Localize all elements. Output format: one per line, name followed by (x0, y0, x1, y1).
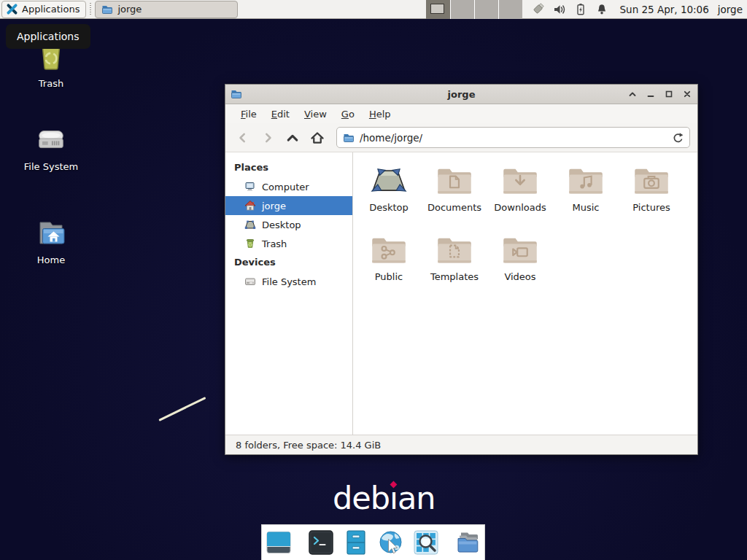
status-text: 8 folders, Free space: 14.4 GiB (236, 440, 381, 451)
sidebar-item-trash[interactable]: Trash (225, 234, 352, 253)
window-folder-icon (101, 4, 113, 15)
desktop-icon-filesystem[interactable]: File System (11, 124, 91, 172)
menu-edit[interactable]: Edit (265, 106, 296, 122)
menubar: File Edit View Go Help (225, 104, 697, 123)
maximize-button[interactable] (663, 88, 675, 100)
file-cabinet-icon[interactable] (342, 529, 370, 556)
file-grid: Desktop Documents Downloads Music Pictur… (353, 152, 697, 297)
file-pane[interactable]: Desktop Documents Downloads Music Pictur… (353, 152, 697, 435)
file-item-videos[interactable]: Videos (487, 228, 553, 297)
reload-button[interactable] (672, 132, 684, 144)
workspace-switcher (426, 0, 522, 19)
window-folder-icon (230, 88, 243, 100)
sidebar: Places Computer jorge Desktop Trash Devi… (225, 152, 353, 435)
show-desktop-icon[interactable] (265, 529, 293, 556)
sidebar-header-devices: Devices (225, 253, 352, 272)
desktop-line-artifact (158, 397, 206, 421)
application-finder-icon[interactable] (412, 529, 440, 556)
home-button[interactable] (307, 128, 328, 148)
desktop-icon-home[interactable]: Home (11, 216, 91, 265)
computer-icon (244, 181, 256, 192)
desktop-icon-label: Home (11, 254, 91, 265)
xfce-logo-icon (6, 3, 18, 15)
web-browser-icon[interactable] (377, 529, 405, 556)
shade-button[interactable] (627, 88, 638, 100)
minimize-button[interactable] (645, 88, 657, 100)
sidebar-item-desktop[interactable]: Desktop (225, 215, 352, 234)
clock[interactable]: Sun 25 Apr, 10:06 (620, 4, 709, 15)
workspace-1[interactable] (426, 0, 450, 19)
trash-icon (244, 238, 256, 249)
taskbar-window-label: jorge (117, 4, 142, 15)
file-item-music[interactable]: Music (553, 158, 619, 228)
templates-folder-icon (436, 233, 473, 265)
menu-view[interactable]: View (298, 106, 333, 122)
file-item-public[interactable]: Public (356, 228, 422, 297)
home-folder-icon (33, 216, 69, 251)
pictures-folder-icon (632, 164, 670, 196)
file-item-templates[interactable]: Templates (422, 228, 487, 297)
window-content: Places Computer jorge Desktop Trash Devi… (225, 152, 697, 435)
file-item-desktop[interactable]: Desktop (356, 158, 422, 228)
directory-menu-icon[interactable] (454, 529, 482, 556)
file-manager-window: jorge File Edit View Go Help /home/jorge… (225, 84, 698, 455)
workspace-window-thumb (430, 4, 444, 14)
file-item-downloads[interactable]: Downloads (487, 158, 553, 228)
home-icon (244, 200, 256, 211)
username-label[interactable]: jorge (718, 4, 744, 15)
statusbar: 8 folders, Free space: 14.4 GiB (225, 435, 697, 454)
terminal-icon[interactable] (307, 529, 335, 556)
file-item-documents[interactable]: Documents (422, 158, 487, 228)
system-tray (531, 2, 608, 16)
location-bar[interactable]: /home/jorge/ (336, 127, 690, 148)
close-button[interactable] (681, 88, 693, 100)
desktop-pad-icon (370, 164, 408, 196)
workspace-4[interactable] (498, 0, 522, 19)
drive-icon (244, 276, 256, 287)
toolbar: /home/jorge/ (225, 123, 697, 152)
applications-tooltip: Applications (6, 24, 90, 49)
downloads-folder-icon (501, 164, 539, 196)
public-folder-icon (370, 233, 408, 265)
documents-folder-icon (436, 164, 473, 196)
desktop-icon-label: Trash (11, 78, 91, 89)
sidebar-item-filesystem[interactable]: File System (225, 272, 352, 291)
forward-button[interactable] (258, 128, 278, 148)
desktop-icon-label: File System (11, 161, 91, 172)
debian-logo-i: ı (390, 480, 398, 516)
location-path[interactable]: /home/jorge/ (360, 132, 667, 144)
panel-handle[interactable] (88, 3, 93, 16)
menu-go[interactable]: Go (335, 106, 361, 122)
workspace-3[interactable] (474, 0, 498, 19)
music-folder-icon (567, 164, 605, 196)
up-button[interactable] (282, 128, 303, 148)
applications-menu-button[interactable]: Applications (1, 1, 86, 18)
dock (261, 524, 485, 560)
sidebar-header-places: Places (225, 158, 352, 177)
titlebar[interactable]: jorge (225, 85, 697, 104)
desktop-icon (244, 219, 256, 230)
taskbar-window-button[interactable]: jorge (95, 1, 238, 18)
battery-charging-icon[interactable] (574, 3, 587, 16)
top-panel: Applications jorge Sun 25 Apr, 10:06 jor… (0, 0, 747, 19)
debian-wallpaper-logo: debıan (333, 481, 436, 516)
hard-drive-icon (33, 124, 69, 158)
sidebar-item-jorge[interactable]: jorge (225, 196, 352, 215)
menu-file[interactable]: File (234, 106, 263, 122)
notifications-bell-icon[interactable] (595, 3, 608, 16)
debian-logo-text: an (398, 480, 436, 516)
videos-folder-icon (501, 233, 539, 265)
applications-menu-label: Applications (22, 4, 80, 15)
workspace-2[interactable] (450, 0, 474, 19)
back-button[interactable] (233, 128, 253, 148)
volume-icon[interactable] (553, 3, 566, 16)
window-controls (627, 88, 693, 100)
file-item-pictures[interactable]: Pictures (619, 158, 684, 228)
debian-logo-text: deb (333, 480, 390, 516)
sidebar-item-computer[interactable]: Computer (225, 177, 352, 196)
panel-right-cluster: Sun 25 Apr, 10:06 jorge (426, 0, 747, 19)
removable-device-icon[interactable] (531, 2, 545, 16)
location-folder-icon (343, 132, 355, 144)
menu-help[interactable]: Help (363, 106, 398, 122)
